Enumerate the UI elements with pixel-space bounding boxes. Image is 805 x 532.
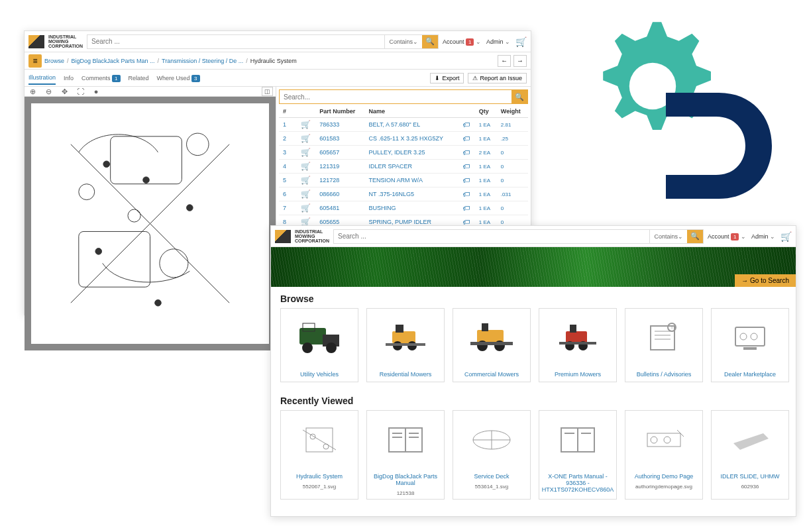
breadcrumb-link[interactable]: Browse — [44, 58, 64, 64]
table-row[interactable]: 4🛒121319IDLER SPACER🏷1 EA0 — [279, 160, 528, 174]
svg-point-43 — [751, 333, 757, 340]
browse-card[interactable]: Residential Mowers — [366, 308, 445, 382]
col-partnumber[interactable]: Part Number — [315, 105, 364, 118]
browse-card[interactable]: Utility Vehicles — [280, 308, 358, 382]
tag-icon[interactable]: 🏷 — [458, 118, 475, 132]
svg-point-59 — [664, 437, 671, 443]
account-menu[interactable]: Account 1 ⌄ — [443, 38, 481, 45]
table-search-button[interactable]: 🔍 — [511, 90, 527, 103]
fullscreen-icon[interactable]: ⛶ — [75, 87, 85, 95]
search-button[interactable]: 🔍 — [687, 230, 703, 243]
qty-value: 2 EA — [475, 146, 497, 160]
nav-next-button[interactable]: → — [513, 55, 527, 67]
fit-icon[interactable]: ✥ — [59, 87, 70, 96]
zoom-in-icon[interactable]: ⊕ — [27, 87, 38, 96]
part-number-link[interactable]: 121728 — [315, 174, 364, 187]
svg-point-5 — [128, 209, 140, 222]
part-name-link[interactable]: BELT, A 57.680" EL — [365, 118, 458, 132]
recent-card[interactable]: Authoring Demo Pageauthoringdemopage.svg — [625, 410, 703, 500]
add-to-cart-icon[interactable]: 🛒 — [295, 146, 315, 160]
browse-card[interactable]: !Bulletins / Advisories — [625, 308, 703, 382]
tab-info[interactable]: Info — [64, 72, 74, 84]
browse-card[interactable]: Commercial Mowers — [453, 308, 531, 382]
breadcrumb-link[interactable]: BigDog BlackJack Parts Man ... — [72, 58, 155, 64]
account-menu[interactable]: Account 1 ⌄ — [708, 233, 746, 240]
tab-comments[interactable]: Comments 1 — [81, 72, 120, 84]
part-name-link[interactable]: TENSION ARM W/A — [365, 174, 458, 187]
svg-point-42 — [740, 333, 747, 340]
nav-prev-button[interactable]: ← — [498, 55, 511, 67]
part-name-link[interactable]: IDLER SPACER — [365, 160, 458, 174]
table-row[interactable]: 5🛒121728TENSION ARM W/A🏷1 EA0 — [279, 174, 528, 187]
tag-icon[interactable]: 🏷 — [458, 201, 475, 215]
svg-text:!: ! — [671, 325, 672, 331]
tab-whereused[interactable]: Where Used 3 — [157, 72, 200, 84]
recent-card[interactable]: Service Deck553614_1.svg — [453, 410, 531, 500]
export-button[interactable]: ⬇ Export — [430, 73, 464, 83]
admin-menu[interactable]: Admin ⌄ — [486, 38, 510, 45]
zoom-out-icon[interactable]: ⊖ — [43, 87, 54, 96]
part-name-link[interactable]: BUSHING — [365, 201, 458, 215]
part-name-link[interactable]: PULLEY, IDLER 3.25 — [365, 146, 458, 160]
part-number-link[interactable]: 605481 — [315, 201, 364, 215]
add-to-cart-icon[interactable]: 🛒 — [295, 201, 315, 215]
report-issue-button[interactable]: ⚠ Report an Issue — [468, 73, 527, 83]
part-name-link[interactable]: CS .625-11 X 3.25 HXG5ZY — [365, 132, 458, 146]
svg-point-10 — [143, 177, 150, 184]
tag-icon[interactable]: 🏷 — [458, 174, 475, 187]
tag-icon[interactable]: 🏷 — [458, 132, 475, 146]
part-number-link[interactable]: 601583 — [315, 132, 364, 146]
tag-icon[interactable]: 🏷 — [458, 160, 475, 174]
add-to-cart-icon[interactable]: 🛒 — [295, 174, 315, 187]
recent-card[interactable]: BigDog BlackJack Parts Manual121538 — [366, 410, 445, 500]
tag-icon[interactable]: 🏷 — [458, 187, 475, 201]
tag-icon[interactable]: 🏷 — [458, 146, 475, 160]
cart-icon[interactable]: 🛒 — [780, 231, 792, 242]
part-number-link[interactable]: 086660 — [315, 187, 364, 201]
global-search: Contains ⌄ 🔍 — [333, 229, 704, 244]
col-qty[interactable]: Qty — [475, 105, 497, 118]
card-sublabel: 602936 — [712, 484, 788, 492]
cart-icon[interactable]: 🛒 — [515, 36, 527, 47]
browse-card[interactable]: Premium Mowers — [539, 308, 617, 382]
search-mode-select[interactable]: Contains ⌄ — [384, 35, 422, 48]
recent-card[interactable]: X-ONE Parts Manual - 936336 - HTX1TS072K… — [539, 410, 617, 500]
diagram-viewport[interactable] — [25, 97, 276, 350]
part-number-link[interactable]: 786333 — [315, 118, 364, 132]
menu-toggle-button[interactable] — [28, 54, 42, 68]
add-to-cart-icon[interactable]: 🛒 — [295, 132, 315, 146]
reset-icon[interactable]: ● — [91, 87, 101, 95]
recent-card[interactable]: Hydraulic System552067_1.svg — [280, 410, 358, 500]
search-input[interactable] — [334, 230, 649, 243]
svg-rect-20 — [396, 325, 403, 333]
tab-illustration[interactable]: Illustration — [28, 72, 56, 85]
breadcrumb-link[interactable]: Transmission / Steering / De ... — [162, 58, 243, 64]
add-to-cart-icon[interactable]: 🛒 — [295, 118, 315, 132]
admin-menu[interactable]: Admin ⌄ — [751, 233, 775, 240]
global-search: Contains ⌄ 🔍 — [87, 34, 439, 49]
search-mode-select[interactable]: Contains ⌄ — [649, 230, 687, 243]
col-name[interactable]: Name — [365, 105, 458, 118]
table-row[interactable]: 1🛒786333BELT, A 57.680" EL🏷1 EA2.81 — [279, 118, 528, 132]
table-row[interactable]: 3🛒605657PULLEY, IDLER 3.25🏷2 EA0 — [279, 146, 528, 160]
col-weight[interactable]: Weight — [497, 105, 528, 118]
browse-cards: Utility VehiclesResidential MowersCommer… — [271, 308, 796, 389]
table-search-input[interactable] — [280, 90, 511, 103]
col-num[interactable]: # — [279, 105, 295, 118]
panel-toggle-button[interactable]: ◫ — [262, 87, 273, 96]
part-number-link[interactable]: 121319 — [315, 160, 364, 174]
search-button[interactable]: 🔍 — [422, 35, 438, 48]
goto-search-button[interactable]: → Go to Search — [735, 274, 796, 287]
search-input[interactable] — [87, 35, 384, 48]
part-number-link[interactable]: 605657 — [315, 146, 364, 160]
browse-card[interactable]: Dealer Marketplace — [711, 308, 789, 382]
table-row[interactable]: 6🛒086660NT .375-16NLG5🏷1 EA.031 — [279, 187, 528, 201]
recent-title: Recently Viewed — [271, 389, 796, 410]
tab-related[interactable]: Related — [129, 72, 149, 84]
table-row[interactable]: 2🛒601583CS .625-11 X 3.25 HXG5ZY🏷1 EA.25 — [279, 132, 528, 146]
part-name-link[interactable]: NT .375-16NLG5 — [365, 187, 458, 201]
add-to-cart-icon[interactable]: 🛒 — [295, 160, 315, 174]
add-to-cart-icon[interactable]: 🛒 — [295, 187, 315, 201]
recent-card[interactable]: IDLER SLIDE, UHMW602936 — [711, 410, 789, 500]
table-row[interactable]: 7🛒605481BUSHING🏷1 EA0 — [279, 201, 528, 215]
